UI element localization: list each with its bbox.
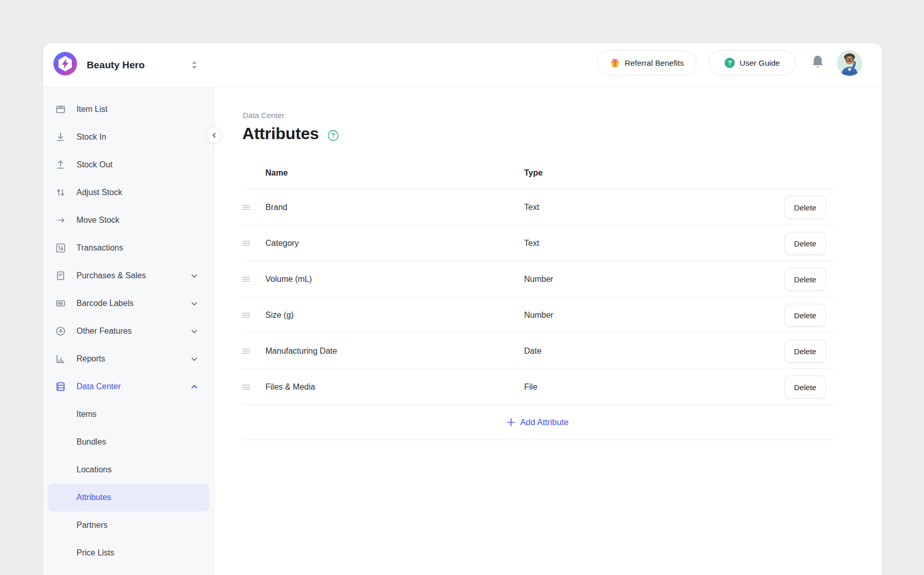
main-content: Data Center Attributes ? Name Type Brand xyxy=(215,87,882,575)
sidebar-item-label: Item List xyxy=(76,105,107,114)
sidebar-item-item-list[interactable]: Item List xyxy=(43,95,214,123)
transactions-icon xyxy=(55,242,66,254)
attribute-name: Size (g) xyxy=(265,311,294,320)
delete-button[interactable]: Delete xyxy=(784,232,826,255)
sidebar-item-label: Attributes xyxy=(76,493,111,502)
barcode-icon xyxy=(55,298,66,309)
add-attribute-label: Add Attribute xyxy=(520,417,568,427)
attribute-name: Brand xyxy=(265,203,287,212)
sidebar-item-label: Bundles xyxy=(76,437,106,447)
app-name: Beauty Hero xyxy=(87,60,145,71)
sidebar-item-label: Stock In xyxy=(76,132,106,142)
attribute-type: Date xyxy=(524,347,542,356)
referral-benefits-label: Referral Benefits xyxy=(625,59,684,68)
sidebar-item-locations[interactable]: Locations xyxy=(43,456,214,484)
sidebar-item-reports[interactable]: Reports xyxy=(43,345,214,373)
chevron-down-icon xyxy=(190,299,199,308)
sidebar-nav: Item List Stock In Stock Out xyxy=(43,87,215,575)
svg-text:?: ? xyxy=(727,60,732,67)
delete-button[interactable]: Delete xyxy=(784,196,826,219)
delete-button[interactable]: Delete xyxy=(784,339,826,362)
sidebar-item-label: Move Stock xyxy=(76,216,120,225)
sidebar-item-stock-in[interactable]: Stock In xyxy=(43,123,214,151)
drag-handle-icon[interactable] xyxy=(242,204,251,210)
attribute-type: Text xyxy=(524,203,539,212)
attribute-name: Category xyxy=(265,239,299,248)
sidebar-item-bundles[interactable]: Bundles xyxy=(43,428,214,456)
delete-button[interactable]: Delete xyxy=(784,267,826,291)
drag-handle-icon[interactable] xyxy=(242,312,251,318)
chevron-left-icon xyxy=(210,131,218,139)
sidebar-item-label: Reports xyxy=(76,354,105,363)
app-window: Beauty Hero Referral Benefits xyxy=(43,43,882,575)
arrows-up-down-icon xyxy=(55,187,66,198)
sidebar-item-other-features[interactable]: Other Features xyxy=(43,317,214,345)
sidebar-item-label: Purchases & Sales xyxy=(76,271,146,280)
sidebar-item-adjust-stock[interactable]: Adjust Stock xyxy=(43,179,214,206)
svg-text:?: ? xyxy=(331,132,335,139)
chevron-down-icon xyxy=(190,355,199,363)
package-icon xyxy=(55,104,66,115)
sidebar-item-label: Stock Out xyxy=(76,160,112,169)
bar-chart-icon xyxy=(55,353,66,365)
attribute-name: Manufacturing Date xyxy=(265,347,337,356)
attribute-type: Text xyxy=(524,239,539,248)
table-row: Volume (mL) Number Delete xyxy=(242,261,833,297)
drag-handle-icon[interactable] xyxy=(242,240,251,246)
sidebar-item-label: Data Center xyxy=(76,382,121,391)
column-header-name: Name xyxy=(265,168,288,178)
table-header-row: Name Type xyxy=(242,157,833,189)
sidebar-item-transactions[interactable]: Transactions xyxy=(43,234,214,262)
sidebar-item-label: Barcode Labels xyxy=(76,299,133,308)
add-attribute-row: Add Attribute xyxy=(242,405,833,440)
notifications-bell-icon[interactable] xyxy=(811,54,824,69)
database-icon xyxy=(55,381,66,392)
delete-button[interactable]: Delete xyxy=(784,303,826,327)
download-icon xyxy=(55,131,66,143)
drag-handle-icon[interactable] xyxy=(242,348,251,354)
table-row: Manufacturing Date Date Delete xyxy=(242,333,833,369)
sidebar-item-attributes[interactable]: Attributes xyxy=(48,484,209,511)
sidebar-item-label: Locations xyxy=(76,465,112,474)
user-guide-button[interactable]: ? User Guide xyxy=(708,50,796,75)
attribute-name: Files & Media xyxy=(265,382,315,392)
sidebar-item-barcode-labels[interactable]: Barcode Labels xyxy=(43,290,214,317)
drag-handle-icon[interactable] xyxy=(242,276,251,282)
sidebar-item-label: Transactions xyxy=(76,243,123,253)
table-row: Size (g) Number Delete xyxy=(242,297,833,333)
sidebar-collapse-button[interactable] xyxy=(206,127,222,143)
table-row: Brand Text Delete xyxy=(242,189,833,225)
top-bar: Beauty Hero Referral Benefits xyxy=(43,43,882,87)
sidebar-item-purchases-sales[interactable]: Purchases & Sales xyxy=(43,262,214,290)
sidebar-item-stock-out[interactable]: Stock Out xyxy=(43,151,214,179)
sidebar-item-items[interactable]: Items xyxy=(43,400,214,428)
plus-circle-icon xyxy=(55,325,66,337)
upload-icon xyxy=(55,159,66,170)
user-avatar[interactable] xyxy=(837,50,862,76)
sidebar-item-label: Partners xyxy=(76,521,107,530)
sidebar-item-move-stock[interactable]: Move Stock xyxy=(43,206,214,234)
workspace-switch-arrows-icon xyxy=(191,61,198,71)
table-row: Category Text Delete xyxy=(242,225,833,261)
referral-benefits-button[interactable]: Referral Benefits xyxy=(597,50,697,75)
sidebar-item-partners[interactable]: Partners xyxy=(43,511,214,539)
sidebar-item-label: Adjust Stock xyxy=(76,188,122,197)
sidebar-item-data-center[interactable]: Data Center xyxy=(43,373,214,400)
column-header-type: Type xyxy=(524,168,543,178)
sidebar-item-label: Other Features xyxy=(76,327,132,336)
delete-button[interactable]: Delete xyxy=(784,375,826,398)
add-attribute-button[interactable]: Add Attribute xyxy=(506,417,568,427)
help-icon[interactable]: ? xyxy=(328,130,339,141)
attribute-type: Number xyxy=(524,275,553,284)
attributes-table: Name Type Brand Text Delete Category Tex… xyxy=(242,157,833,440)
breadcrumb: Data Center xyxy=(243,111,284,120)
chevron-down-icon xyxy=(190,327,199,336)
chevron-up-icon xyxy=(190,382,199,391)
drag-handle-icon[interactable] xyxy=(242,384,251,390)
app-logo-icon xyxy=(53,52,77,75)
attribute-type: File xyxy=(524,382,537,392)
sidebar-item-label: Items xyxy=(76,410,97,419)
workspace-switcher[interactable]: Beauty Hero xyxy=(87,43,145,87)
sidebar-item-price-lists[interactable]: Price Lists xyxy=(43,539,214,567)
user-guide-label: User Guide xyxy=(740,59,780,68)
